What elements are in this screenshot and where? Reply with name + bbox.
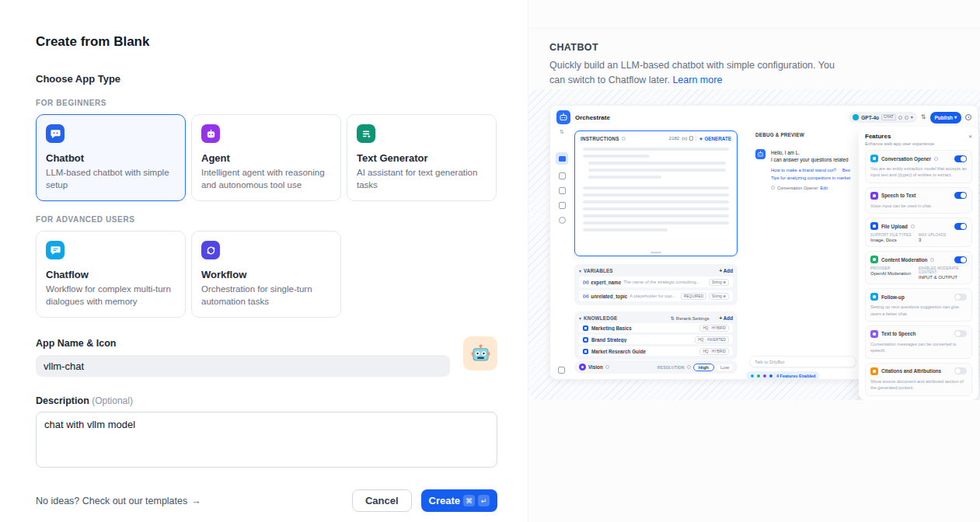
model-provider-icon — [853, 114, 859, 120]
orchestrate-title: Orchestrate — [575, 114, 610, 121]
knowledge-row: Brand Strategy HQ · INVERTED — [579, 335, 733, 344]
greeting-line: Hello, I am L. — [771, 149, 860, 156]
meta-value: Image, Docs — [870, 238, 919, 242]
resize-handle — [650, 252, 661, 253]
collapse-nav-icon — [558, 367, 565, 374]
feature-chip-icon — [762, 374, 767, 378]
knowledge-row: Marketing Basics HQ · HYBRID — [579, 323, 733, 332]
skeleton-line — [588, 176, 661, 179]
resolution-low-option: Low — [717, 364, 733, 371]
text-generator-icon — [357, 124, 375, 143]
opener-footer: Conversation Opener Edit — [771, 186, 860, 190]
conversation-opener-icon — [870, 155, 878, 162]
skeleton-line — [583, 228, 668, 231]
instructions-skeleton — [575, 143, 737, 231]
app-type-card-chatflow[interactable]: Chatflow Workflow for complex multi-turn… — [36, 231, 186, 318]
templates-link[interactable]: No ideas? Check out our templates → — [36, 496, 201, 506]
meta-label: PROVIDER — [870, 266, 919, 270]
file-upload-icon — [870, 222, 878, 230]
cancel-button[interactable]: Cancel — [352, 489, 412, 512]
dataset-name: Marketing Basics — [591, 325, 696, 331]
web-nav-icon — [559, 217, 566, 224]
app-icon-picker[interactable] — [463, 336, 497, 371]
card-title: Workflow — [201, 269, 331, 280]
dataset-name: Market Research Guide — [591, 349, 696, 354]
learn-more-link[interactable]: Learn more — [672, 75, 722, 85]
create-button[interactable]: Create ⌘ ↵ — [421, 489, 497, 512]
app-name-block: App Name & Icon — [36, 338, 497, 377]
app-type-card-text-generator[interactable]: Text Generator AI assistant for text gen… — [347, 114, 497, 201]
description-textarea[interactable]: chat with vllm model — [36, 412, 497, 468]
workflow-icon — [201, 241, 220, 259]
citations-icon — [870, 367, 878, 375]
feature-chip-icon — [756, 374, 761, 378]
feature-toggle — [954, 294, 967, 301]
feature-desc: Voice input can be used in chat. — [870, 203, 967, 209]
app-type-card-chatbot[interactable]: Chatbot LLM-based chatbot with simple se… — [36, 114, 186, 201]
features-enabled-chips: 4 Features Enabled — [746, 371, 819, 380]
for-advanced-users-label: FOR ADVANCED USERS — [36, 215, 497, 224]
dataset-tag: HQ · HYBRID — [699, 348, 729, 355]
notes-nav-icon — [559, 202, 566, 209]
advanced-cards-row: Chatflow Workflow for complex multi-turn… — [36, 231, 497, 318]
greeting-line: I can answer your questions related — [771, 156, 860, 163]
feature-toggle — [954, 330, 967, 337]
card-title: Chatbot — [46, 152, 176, 164]
agent-icon — [201, 124, 220, 143]
app-name-input[interactable] — [36, 355, 450, 377]
skeleton-line — [588, 169, 726, 172]
app-type-card-agent[interactable]: Agent Intelligent agent with reasoning a… — [191, 114, 341, 201]
info-icon — [934, 157, 938, 161]
feature-speech-to-text: Speech to Text Voice input can be used i… — [865, 187, 972, 214]
dataset-icon — [583, 325, 588, 331]
card-description: AI assistant for text generation tasks — [357, 167, 487, 191]
variable-row: {x} expert_name The name of the strategi… — [579, 277, 733, 287]
dataset-icon — [583, 337, 588, 343]
feature-name: Text to Speech — [881, 331, 915, 336]
vision-row: Vision RESOLUTION High Low — [574, 360, 738, 374]
feature-chip-icon — [750, 374, 755, 378]
knowledge-row: Market Research Guide HQ · HYBRID — [579, 346, 733, 356]
dataset-tag: HQ · HYBRID — [699, 325, 729, 332]
text-to-speech-icon — [870, 330, 878, 338]
meta-value: INPUT & OUTPUT — [919, 275, 967, 280]
page-title: Create from Blank — [36, 34, 497, 50]
meta-value: 3 — [919, 238, 967, 242]
copy-icon — [689, 136, 693, 141]
app-robot-icon — [556, 110, 570, 124]
debug-preview-title: DEBUG & PREVIEW — [755, 132, 804, 137]
info-icon — [622, 137, 626, 141]
app-type-preview-pane: CHATBOT Quickly build an LLM-based chatb… — [528, 0, 980, 522]
meta-label: SUPPORT FILE TYPES — [870, 233, 919, 237]
preview-heading: CHATBOT — [549, 42, 957, 53]
chatflow-icon — [46, 241, 65, 259]
beginner-cards-row: Chatbot LLM-based chatbot with simple se… — [36, 114, 497, 201]
templates-link-text: No ideas? Check out our templates — [36, 496, 187, 506]
variable-icon: {x} — [583, 280, 588, 284]
image-nav-icon — [559, 172, 566, 179]
collapse-icon: ▾ — [579, 269, 581, 273]
bot-message: Hello, I am L. I can answer your questio… — [755, 149, 860, 190]
feature-desc: Show source document and attributed sect… — [870, 378, 967, 392]
skeleton-line — [583, 214, 729, 218]
add-knowledge-button: + Add — [720, 315, 733, 321]
meta-label: MAX UPLOADS — [919, 233, 967, 237]
card-title: Text Generator — [357, 152, 487, 164]
enter-key-icon: ↵ — [478, 495, 490, 506]
skeleton-line — [583, 200, 729, 204]
app-type-card-workflow[interactable]: Workflow Orchestration for single-turn a… — [191, 231, 341, 318]
instructions-panel: INSTRUCTIONS 2182 {x} ✦ GENERATE — [574, 130, 738, 256]
vision-label: Vision — [588, 364, 603, 370]
dataset-name: Brand Strategy — [591, 337, 692, 343]
bot-avatar-icon — [755, 149, 766, 159]
feature-desc: Conversation messages can be converted t… — [870, 341, 967, 354]
feature-content-moderation: Content Moderation PROVIDER OpenAI Moder… — [865, 251, 972, 284]
app-name-label: App Name & Icon — [36, 338, 497, 349]
skeleton-line — [583, 155, 650, 158]
model-name: GPT-4o — [861, 115, 879, 120]
vision-icon — [579, 364, 586, 371]
features-title: Features — [865, 133, 968, 140]
feature-toggle — [954, 256, 967, 263]
model-settings-icon — [905, 116, 909, 120]
dataset-tag: HQ · INVERTED — [695, 336, 729, 343]
